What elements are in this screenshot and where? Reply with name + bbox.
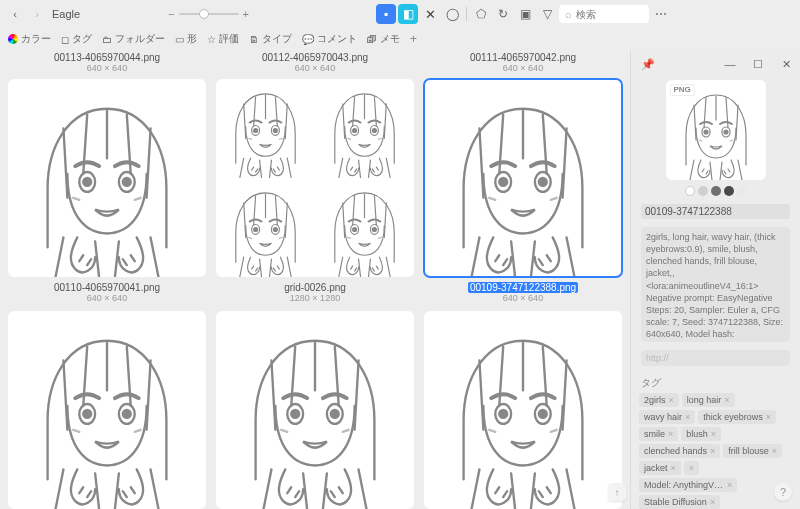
tag-remove-icon[interactable]: × [710, 446, 715, 456]
color-swatch[interactable] [724, 186, 734, 196]
shape-icon: ▭ [175, 34, 184, 45]
file-name[interactable]: 00113-4065970044.png [6, 52, 208, 63]
zoom-out-icon[interactable]: − [168, 8, 174, 20]
color-swatch[interactable] [698, 186, 708, 196]
filter-memo[interactable]: 🗊メモ [367, 32, 400, 46]
thumbnail-image[interactable] [216, 311, 414, 509]
tag-label: blush [686, 429, 708, 439]
tag-chip[interactable]: long hair× [682, 393, 735, 407]
thumbnail-image[interactable] [216, 79, 414, 277]
maximize-button[interactable]: ☐ [744, 50, 772, 78]
tag-label: Stable Diffusion [644, 497, 707, 507]
type-icon: 🗎 [249, 34, 259, 45]
color-swatch[interactable] [685, 186, 695, 196]
color-swatch[interactable] [711, 186, 721, 196]
thumbnail-image[interactable] [424, 311, 622, 509]
close-button[interactable]: ✕ [772, 50, 800, 78]
ext-icon-7[interactable]: ▣ [515, 4, 535, 24]
tag-chip[interactable]: clenched hands× [639, 444, 720, 458]
thumbnail-tile[interactable] [6, 311, 208, 509]
titlebar: ‹ › Eagle − + ▪ ◧ ✕ ◯ ⬠ ↻ ▣ ▽ ⌕ ⋯ [0, 0, 800, 28]
filter-color[interactable]: カラー [8, 32, 51, 46]
file-name[interactable]: 00112-4065970043.png [214, 52, 416, 63]
file-dims: 640 × 640 [54, 293, 160, 303]
tag-remove-icon[interactable]: × [727, 480, 732, 490]
file-name[interactable]: 00110-4065970041.png [54, 282, 160, 293]
search-input[interactable] [576, 9, 636, 20]
ext-icon-3[interactable]: ✕ [420, 4, 440, 24]
scroll-top-button[interactable]: ↑ [608, 483, 626, 501]
thumbnail-tile[interactable]: 00109-3747122388.png640 × 640 [422, 79, 624, 305]
filename-field[interactable]: 00109-3747122388 [641, 204, 790, 219]
tag-chip[interactable]: thick eyebrows× [698, 410, 776, 424]
thumbnail-image[interactable] [8, 79, 206, 277]
color-palette[interactable] [685, 186, 747, 196]
memo-icon: 🗊 [367, 34, 377, 45]
ext-icon-4[interactable]: ◯ [442, 4, 462, 24]
tag-chip[interactable]: wavy hair× [639, 410, 695, 424]
thumbnail-tile[interactable] [422, 311, 624, 509]
format-badge: PNG [670, 84, 695, 96]
thumbnail-tile[interactable] [214, 311, 416, 509]
tag-chip[interactable]: 2girls× [639, 393, 679, 407]
tag-chip[interactable]: blush× [681, 427, 721, 441]
tags-list: 2girls×long hair×wavy hair×thick eyebrow… [639, 393, 792, 509]
help-button[interactable]: ? [774, 483, 792, 501]
search-icon: ⌕ [565, 8, 572, 20]
preview-thumbnail[interactable]: PNG [666, 80, 766, 180]
tag-remove-icon[interactable]: × [766, 412, 771, 422]
minimize-button[interactable]: — [716, 50, 744, 78]
tag-remove-icon[interactable]: × [711, 429, 716, 439]
tag-chip[interactable]: Model: AnythingV5I...× [639, 478, 737, 492]
nav-back-button[interactable]: ‹ [6, 5, 24, 23]
filter-shape[interactable]: ▭形 [175, 32, 197, 46]
tag-remove-icon[interactable]: × [772, 446, 777, 456]
file-dims: 640 × 640 [468, 293, 578, 303]
thumbnail-image[interactable] [424, 79, 622, 277]
ext-icon-1[interactable]: ▪ [376, 4, 396, 24]
ext-icon-5[interactable]: ⬠ [471, 4, 491, 24]
tag-label: smile [644, 429, 665, 439]
more-icon[interactable]: ⋯ [651, 4, 671, 24]
thumbnail-image[interactable] [8, 311, 206, 509]
tag-chip[interactable]: × [684, 461, 699, 475]
thumbnail-tile[interactable]: 00110-4065970041.png640 × 640 [6, 79, 208, 305]
filter-rating[interactable]: ☆評価 [207, 32, 239, 46]
thumbnail-tile[interactable]: grid-0026.png1280 × 1280 [214, 79, 416, 305]
tag-chip[interactable]: smile× [639, 427, 678, 441]
tag-remove-icon[interactable]: × [689, 463, 694, 473]
search-box[interactable]: ⌕ [559, 5, 649, 23]
folder-icon: 🗀 [102, 34, 112, 45]
url-field[interactable]: http:// [641, 350, 790, 366]
tag-remove-icon[interactable]: × [668, 429, 673, 439]
nav-forward-button[interactable]: › [28, 5, 46, 23]
add-filter-button[interactable]: + [410, 32, 417, 46]
tag-remove-icon[interactable]: × [669, 395, 674, 405]
tag-remove-icon[interactable]: × [710, 497, 715, 507]
tag-chip[interactable]: frill blouse× [723, 444, 782, 458]
ext-icon-2[interactable]: ◧ [398, 4, 418, 24]
tag-label: frill blouse [728, 446, 769, 456]
comment-icon: 💬 [302, 34, 314, 45]
tag-remove-icon[interactable]: × [724, 395, 729, 405]
tag-remove-icon[interactable]: × [685, 412, 690, 422]
tag-chip[interactable]: Stable Diffusion× [639, 495, 720, 509]
tags-section-label: タグ [641, 376, 790, 390]
filter-type[interactable]: 🗎タイプ [249, 32, 292, 46]
file-name[interactable]: 00111-4065970042.png [422, 52, 624, 63]
description-field[interactable]: 2girls, long hair, wavy hair, (thick eye… [641, 227, 790, 342]
file-name[interactable]: grid-0026.png [284, 282, 346, 293]
filter-icon[interactable]: ▽ [537, 4, 557, 24]
filter-tag[interactable]: ◻タグ [61, 32, 92, 46]
zoom-slider[interactable]: − + [168, 8, 249, 20]
filter-comment[interactable]: 💬コメント [302, 32, 357, 46]
color-swatch[interactable] [737, 186, 747, 196]
file-name[interactable]: 00109-3747122388.png [468, 282, 578, 293]
tag-label: × [689, 463, 694, 473]
pin-icon[interactable]: 📌 [641, 58, 655, 71]
tag-remove-icon[interactable]: × [671, 463, 676, 473]
zoom-in-icon[interactable]: + [243, 8, 249, 20]
filter-folder[interactable]: 🗀フォルダー [102, 32, 165, 46]
ext-icon-6[interactable]: ↻ [493, 4, 513, 24]
tag-chip[interactable]: jacket× [639, 461, 681, 475]
